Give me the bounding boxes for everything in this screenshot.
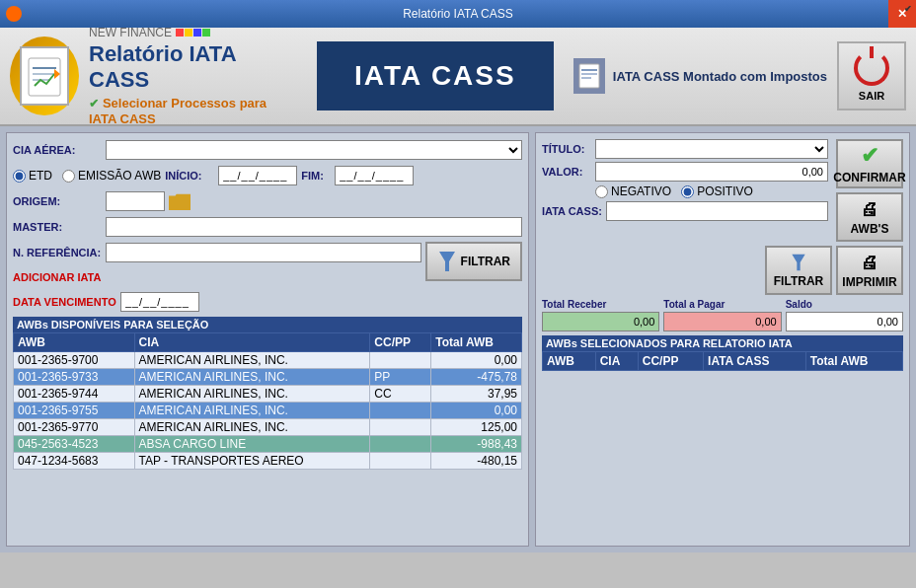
sel-col-ccpp: CC/PP	[638, 352, 703, 371]
table-row[interactable]: 001-2365-9744 AMERICAN AIRLINES, INC. CC…	[14, 386, 522, 403]
available-awbs-table-container[interactable]: AWB CIA CC/PP Total AWB 001-2365-9700 AM…	[13, 332, 522, 470]
logo	[10, 37, 79, 115]
action-buttons: ✔ CONFIRMAR 🖨 ✔ AWB'S	[836, 139, 903, 242]
referencia-row: N. REFERÊNCIA:	[13, 242, 421, 263]
valor-label: VALOR:	[542, 166, 591, 178]
window-title: Relatório IATA CASS	[403, 7, 513, 21]
adicionar-iata-row: ADICIONAR IATA	[13, 266, 421, 288]
table-row[interactable]: 001-2365-9700 AMERICAN AIRLINES, INC. 0,…	[14, 352, 522, 369]
master-input[interactable]	[106, 217, 522, 237]
cia-aerea-select[interactable]	[106, 140, 522, 160]
origem-label: ORIGEM:	[13, 195, 102, 207]
total-receber-item: Total Receber 0,00	[542, 299, 659, 331]
new-finance-label: NEW FINANCE	[89, 26, 297, 39]
second-action-row: FILTRAR 🖨 IMPRIMIR	[542, 246, 903, 295]
cell-total: 125,00	[431, 419, 522, 436]
cell-total: -988,43	[431, 436, 522, 453]
cell-ccpp: CC	[370, 386, 431, 403]
saldo-label: Saldo	[786, 299, 903, 310]
cell-cia: AMERICAN AIRLINES, INC.	[134, 403, 370, 419]
cell-awb: 001-2365-9755	[14, 403, 135, 419]
filtrar-rp-button[interactable]: FILTRAR	[765, 246, 832, 295]
cell-ccpp	[370, 453, 431, 470]
neg-pos-row: NEGATIVO POSITIVO	[542, 184, 828, 198]
confirmar-button[interactable]: ✔ CONFIRMAR	[836, 139, 903, 188]
iata-cass-input[interactable]	[606, 201, 828, 221]
sair-button[interactable]: SAIR	[837, 41, 906, 110]
titulo-select[interactable]	[595, 139, 828, 159]
title-bar: Relatório IATA CASS ✕	[0, 0, 916, 28]
svg-marker-10	[792, 255, 804, 271]
data-vencimento-label: DATA VENCIMENTO	[13, 296, 116, 308]
window-icon	[6, 6, 22, 22]
table-row[interactable]: 001-2365-9755 AMERICAN AIRLINES, INC. 0,…	[14, 403, 522, 419]
left-panel: CIA AÉREA: ETD EMISSÃO AWB INÍCIO: FIM:	[6, 132, 529, 547]
nf-squares	[176, 29, 210, 37]
cell-cia: AMERICAN AIRLINES, INC.	[134, 386, 370, 403]
iata-title: IATA CASS	[354, 60, 516, 92]
table-row[interactable]: 001-2365-9770 AMERICAN AIRLINES, INC. 12…	[14, 419, 522, 436]
fim-input[interactable]	[335, 166, 414, 185]
date-mode-row: ETD EMISSÃO AWB INÍCIO: FIM:	[13, 165, 522, 186]
total-receber-value: 0,00	[542, 312, 659, 331]
cell-awb: 001-2365-9770	[14, 419, 135, 436]
total-pagar-item: Total a Pagar 0,00	[663, 299, 781, 331]
cia-aerea-row: CIA AÉREA:	[13, 139, 522, 161]
cell-cia: TAP - TRANSPORTES AEREO	[134, 453, 370, 470]
table-row[interactable]: 001-2365-9733 AMERICAN AIRLINES, INC. PP…	[14, 369, 522, 386]
filter-rp-icon	[789, 253, 808, 272]
col-awb: AWB	[14, 333, 135, 352]
power-icon	[854, 50, 889, 86]
inicio-label: INÍCIO:	[165, 170, 214, 182]
sel-col-awb: AWB	[543, 352, 596, 371]
cell-awb: 047-1234-5683	[14, 453, 135, 470]
available-awbs-table: AWB CIA CC/PP Total AWB 001-2365-9700 AM…	[13, 332, 522, 470]
saldo-item: Saldo 0,00	[786, 299, 903, 331]
main-title: Relatório IATA CASS	[89, 41, 297, 93]
total-pagar-label: Total a Pagar	[663, 299, 781, 310]
cell-ccpp	[370, 436, 431, 453]
sel-col-iata: IATA CASS	[704, 352, 806, 371]
total-pagar-value: 0,00	[663, 312, 781, 331]
origem-row: ORIGEM:	[13, 190, 522, 212]
imprimir-icon: 🖨	[861, 253, 878, 273]
iata-header-box: IATA CASS	[317, 41, 554, 110]
cia-aerea-label: CIA AÉREA:	[13, 144, 102, 156]
iata-cass-label: IATA CASS:	[542, 205, 602, 217]
filtrar-button[interactable]: FILTRAR	[425, 242, 522, 281]
awbs-button[interactable]: 🖨 ✔ AWB'S	[836, 192, 903, 242]
positivo-radio[interactable]: POSITIVO	[681, 184, 753, 198]
selected-awbs-section: AWBs SELECIONADOS PARA RELATORIO IATA AW…	[542, 335, 903, 540]
col-ccpp: CC/PP	[370, 333, 431, 352]
main-content: CIA AÉREA: ETD EMISSÃO AWB INÍCIO: FIM:	[0, 126, 916, 552]
referencia-input[interactable]	[106, 243, 421, 262]
referencia-filtrar-row: N. REFERÊNCIA: ADICIONAR IATA DATA VENCI…	[13, 242, 522, 313]
svg-marker-9	[439, 252, 455, 271]
emissao-radio[interactable]: EMISSÃO AWB	[62, 169, 161, 183]
folder-icon[interactable]	[169, 192, 191, 210]
imprimir-button[interactable]: 🖨 IMPRIMIR	[836, 246, 903, 295]
cell-ccpp	[370, 419, 431, 436]
master-label: MASTER:	[13, 221, 102, 233]
right-panel: TÍTULO: VALOR: NEGATIVO	[535, 132, 910, 547]
origem-input[interactable]	[106, 191, 165, 211]
etd-radio[interactable]: ETD	[13, 169, 52, 183]
cell-cia: ABSA CARGO LINE	[134, 436, 370, 453]
table-row[interactable]: 045-2563-4523 ABSA CARGO LINE -988,43	[14, 436, 522, 453]
selected-awbs-container[interactable]: AWB CIA CC/PP IATA CASS Total AWB	[542, 351, 903, 540]
cell-awb: 001-2365-9744	[14, 386, 135, 403]
cell-ccpp	[370, 403, 431, 419]
data-vencimento-input[interactable]	[120, 292, 199, 312]
total-receber-label: Total Receber	[542, 299, 659, 310]
iata-subtitle-area: IATA CASS Montado com Impostos	[573, 58, 827, 94]
negativo-radio[interactable]: NEGATIVO	[595, 184, 671, 198]
valor-input[interactable]	[595, 162, 828, 182]
available-awbs-body: 001-2365-9700 AMERICAN AIRLINES, INC. 0,…	[14, 352, 522, 470]
sair-label: SAIR	[859, 90, 884, 102]
titulo-row: TÍTULO:	[542, 139, 828, 159]
table-row[interactable]: 047-1234-5683 TAP - TRANSPORTES AEREO -4…	[14, 453, 522, 470]
cell-total: 37,95	[431, 386, 522, 403]
iata-cass-row: IATA CASS:	[542, 201, 828, 221]
totals-row: Total Receber 0,00 Total a Pagar 0,00 Sa…	[542, 299, 903, 331]
inicio-input[interactable]	[218, 166, 297, 185]
